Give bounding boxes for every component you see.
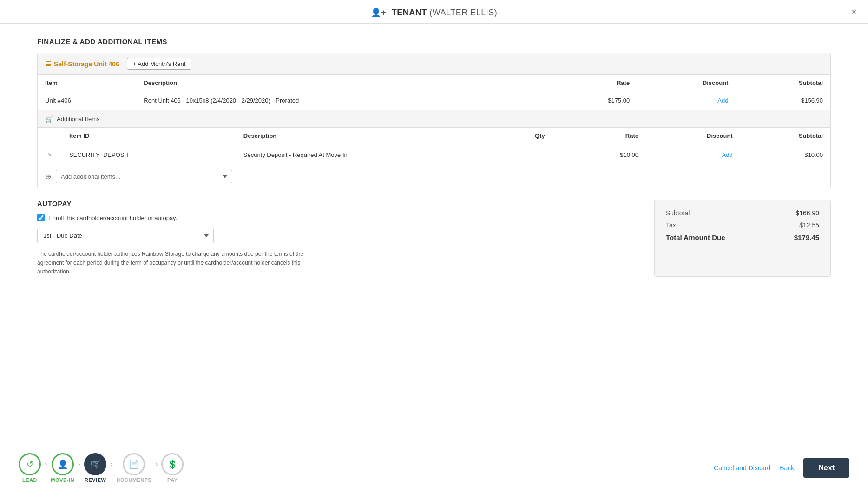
footer: ↺ LEAD › 👤 MOVE-IN › 🛒 REVIEW › 📄 DOCUME… (0, 442, 868, 493)
unit-header-row: ☰ Self-Storage Unit 406 + Add Month's Re… (38, 53, 830, 75)
items-table-container: ☰ Self-Storage Unit 406 + Add Month's Re… (37, 53, 831, 188)
additional-items-label: Additional Items (57, 116, 100, 123)
additional-subtotal-cell: $10.00 (740, 144, 830, 165)
autopay-title: AUTOPAY (37, 200, 636, 208)
col-subtotal: Subtotal (736, 75, 830, 91)
col-item-id: Item ID (62, 128, 236, 144)
autopay-checkbox-row: Enroll this cardholder/account holder in… (37, 214, 636, 221)
modal-header: 👤+ TENANT (WALTER ELLIS) × (0, 0, 868, 24)
autopay-description: The cardholder/account holder authorizes… (37, 250, 307, 277)
remove-button[interactable]: × (45, 150, 54, 159)
col-item: Item (38, 75, 136, 91)
table-row: Unit #406 Rent Unit 406 - 10x15x8 (2/4/2… (38, 91, 830, 110)
total-row: Total Amount Due $179.45 (666, 234, 819, 241)
section-title: FINALIZE & ADD ADDITIONAL ITEMS (37, 38, 831, 45)
autopay-checkbox-label: Enroll this cardholder/account holder in… (48, 214, 177, 221)
subtotal-value: $166.90 (796, 209, 819, 217)
col-subtotal-2: Subtotal (740, 128, 830, 144)
additional-rate-cell: $10.00 (569, 144, 646, 165)
autopay-checkbox[interactable] (37, 214, 45, 221)
summary-panel: Subtotal $166.90 Tax $12.55 Total Amount… (654, 200, 831, 277)
autopay-date-select[interactable]: 1st - Due Date 15th Last Day (37, 228, 214, 243)
add-discount-link[interactable]: Add (717, 97, 728, 104)
col-remove (38, 128, 62, 144)
step-pay-circle: 💲 (161, 453, 184, 475)
step-documents-circle: 📄 (123, 453, 145, 475)
rate-cell: $175.00 (548, 91, 637, 110)
tax-value: $12.55 (799, 221, 819, 229)
additional-items-table: Item ID Description Qty Rate Discount Su… (38, 128, 830, 165)
tax-row: Tax $12.55 (666, 221, 819, 229)
add-plus-icon[interactable]: ⊕ (45, 172, 51, 181)
total-value: $179.45 (794, 234, 819, 241)
subtotal-label: Subtotal (666, 209, 690, 217)
qty-cell (511, 144, 569, 165)
step-arrow-1: › (45, 460, 47, 468)
col-rate-2: Rate (569, 128, 646, 144)
col-rate: Rate (548, 75, 637, 91)
add-month-rent-button[interactable]: + Add Month's Rent (127, 58, 191, 70)
unit-link[interactable]: ☰ Self-Storage Unit 406 (45, 60, 119, 68)
cancel-discard-button[interactable]: Cancel and Discard (714, 464, 770, 472)
close-button[interactable]: × (851, 6, 857, 17)
tenant-icon: 👤+ (371, 8, 387, 17)
col-discount-2: Discount (646, 128, 740, 144)
autopay-section: AUTOPAY Enroll this cardholder/account h… (37, 200, 831, 277)
subtotal-row: Subtotal $166.90 (666, 209, 819, 217)
col-description: Description (136, 75, 548, 91)
step-lead: ↺ LEAD (19, 453, 41, 483)
step-movein: 👤 MOVE-IN (51, 453, 74, 483)
cart-icon: 🛒 (45, 115, 53, 123)
add-additional-items-select[interactable]: Add additional items... (56, 170, 232, 183)
step-review: 🛒 REVIEW (84, 453, 106, 483)
additional-item-row: × SECURITY_DEPOSIT Security Deposit - Re… (38, 144, 830, 165)
items-table: Item Description Rate Discount Subtotal … (38, 75, 830, 110)
item-id-cell: SECURITY_DEPOSIT (62, 144, 236, 165)
step-arrow-2: › (78, 460, 80, 468)
additional-items-header: 🛒 Additional Items (38, 110, 830, 128)
add-additional-items-row: ⊕ Add additional items... (38, 165, 830, 188)
step-arrow-4: › (155, 460, 158, 468)
discount-cell: Add (637, 91, 736, 110)
back-button[interactable]: Back (780, 464, 794, 472)
step-lead-label: LEAD (22, 477, 37, 483)
additional-discount-cell: Add (646, 144, 740, 165)
step-pay-label: PAY (167, 477, 178, 483)
step-arrow-3: › (110, 460, 112, 468)
autopay-left: AUTOPAY Enroll this cardholder/account h… (37, 200, 636, 277)
step-review-circle: 🛒 (84, 453, 106, 475)
step-pay: 💲 PAY (161, 453, 184, 483)
step-documents-label: DOCUMENTS (117, 477, 151, 483)
description-cell: Rent Unit 406 - 10x15x8 (2/4/2020 - 2/29… (136, 91, 548, 110)
subtotal-cell: $156.90 (736, 91, 830, 110)
tax-label: Tax (666, 221, 676, 229)
col-desc: Description (236, 128, 511, 144)
main-content: FINALIZE & ADD ADDITIONAL ITEMS ☰ Self-S… (0, 24, 868, 461)
stepper: ↺ LEAD › 👤 MOVE-IN › 🛒 REVIEW › 📄 DOCUME… (19, 453, 184, 483)
step-review-label: REVIEW (85, 477, 106, 483)
total-label: Total Amount Due (666, 234, 725, 241)
add-discount-link-2[interactable]: Add (722, 151, 733, 158)
remove-cell: × (38, 144, 62, 165)
step-movein-circle: 👤 (52, 453, 74, 475)
additional-desc-cell: Security Deposit - Required At Move In (236, 144, 511, 165)
header-title: 👤+ TENANT (WALTER ELLIS) (371, 7, 498, 18)
next-button[interactable]: Next (803, 458, 849, 478)
col-discount: Discount (637, 75, 736, 91)
step-lead-circle: ↺ (19, 453, 41, 475)
step-documents: 📄 DOCUMENTS (117, 453, 151, 483)
step-movein-label: MOVE-IN (51, 477, 74, 483)
unit-link-icon: ☰ (45, 60, 51, 68)
col-qty: Qty (511, 128, 569, 144)
footer-buttons: Cancel and Discard Back Next (714, 458, 849, 478)
item-cell: Unit #406 (38, 91, 136, 110)
